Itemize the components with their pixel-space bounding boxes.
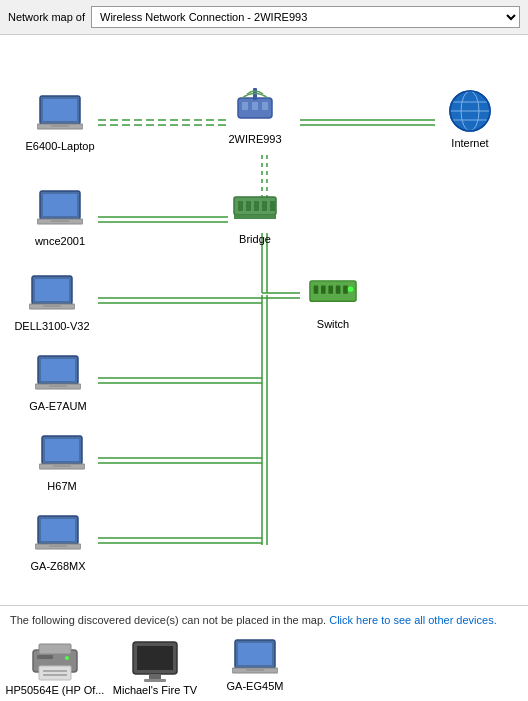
laptop-icon	[36, 90, 84, 138]
bridge-label: Bridge	[239, 233, 271, 245]
internet-icon	[446, 87, 494, 135]
svg-rect-68	[41, 519, 75, 541]
footer-static-text: The following discovered device(s) can n…	[10, 614, 326, 626]
gaeg45m-icon	[232, 638, 278, 678]
device-switch[interactable]: Switch	[293, 268, 373, 330]
router-label: 2WIRE993	[228, 133, 281, 145]
svg-rect-42	[238, 201, 243, 211]
footer-device-gaeg45m[interactable]: GA-EG45M	[210, 638, 300, 696]
svg-rect-80	[149, 674, 161, 679]
svg-rect-60	[41, 359, 75, 381]
device-wnce2001[interactable]: wnce2001	[20, 185, 100, 247]
svg-rect-52	[336, 286, 341, 294]
svg-rect-45	[262, 201, 267, 211]
internet-label: Internet	[451, 137, 488, 149]
gae7aum-icon	[34, 350, 82, 398]
h67m-icon	[38, 430, 86, 478]
footer-device-tv[interactable]: Michael's Fire TV	[110, 638, 200, 696]
gaz68mx-label: GA-Z68MX	[30, 560, 85, 572]
svg-rect-73	[39, 666, 71, 680]
svg-rect-74	[43, 670, 67, 672]
svg-rect-29	[262, 102, 268, 110]
svg-rect-51	[328, 286, 333, 294]
svg-point-76	[65, 656, 69, 660]
svg-rect-47	[234, 215, 276, 219]
device-h67m[interactable]: H67M	[22, 430, 102, 492]
device-bridge[interactable]: Bridge	[215, 183, 295, 245]
svg-rect-43	[246, 201, 251, 211]
printer-label: HP50564E (HP Of...	[6, 684, 105, 696]
svg-rect-79	[137, 646, 173, 670]
svg-rect-25	[51, 124, 69, 127]
gae7aum-label: GA-E7AUM	[29, 400, 86, 412]
router-icon	[231, 83, 279, 131]
svg-rect-40	[51, 219, 69, 222]
tv-icon	[129, 638, 181, 682]
svg-rect-66	[53, 464, 71, 467]
svg-rect-50	[321, 286, 326, 294]
gaeg45m-label: GA-EG45M	[227, 680, 284, 692]
device-router[interactable]: 2WIRE993	[215, 83, 295, 145]
network-map-label: Network map of	[8, 11, 85, 23]
dell3100-icon	[28, 270, 76, 318]
svg-rect-77	[37, 655, 53, 659]
footer-message: The following discovered device(s) can n…	[10, 614, 518, 626]
tv-label: Michael's Fire TV	[113, 684, 197, 696]
svg-rect-81	[144, 679, 166, 682]
svg-rect-56	[35, 279, 69, 301]
svg-rect-83	[238, 643, 272, 665]
wnce2001-label: wnce2001	[35, 235, 85, 247]
switch-label: Switch	[317, 318, 349, 330]
svg-rect-23	[43, 99, 77, 121]
h67m-label: H67M	[47, 480, 76, 492]
device-laptop[interactable]: E6400-Laptop	[20, 90, 100, 152]
dell3100-label: DELL3100-V32	[14, 320, 89, 332]
device-internet[interactable]: Internet	[430, 87, 510, 149]
svg-rect-62	[49, 384, 67, 387]
switch-icon	[309, 268, 357, 316]
footer-link[interactable]: Click here to see all other devices.	[329, 614, 497, 626]
network-select[interactable]: Wireless Network Connection - 2WIRE993	[91, 6, 520, 28]
svg-rect-27	[242, 102, 248, 110]
svg-rect-28	[252, 102, 258, 110]
laptop-label: E6400-Laptop	[25, 140, 94, 152]
gaz68mx-icon	[34, 510, 82, 558]
svg-rect-46	[270, 201, 275, 211]
footer-section: The following discovered device(s) can n…	[0, 605, 528, 701]
device-gaz68mx[interactable]: GA-Z68MX	[18, 510, 98, 572]
svg-rect-64	[45, 439, 79, 461]
svg-rect-44	[254, 201, 259, 211]
footer-device-printer[interactable]: HP50564E (HP Of...	[10, 638, 100, 696]
svg-rect-38	[43, 194, 77, 216]
svg-rect-75	[43, 674, 67, 676]
bridge-icon	[231, 183, 279, 231]
svg-rect-58	[43, 304, 61, 307]
device-gae7aum[interactable]: GA-E7AUM	[18, 350, 98, 412]
printer-icon	[29, 638, 81, 682]
footer-devices: HP50564E (HP Of... Michael's Fire TV GA-…	[10, 634, 518, 700]
svg-rect-53	[343, 286, 348, 294]
svg-rect-72	[39, 644, 71, 654]
svg-rect-49	[314, 286, 319, 294]
svg-rect-70	[49, 544, 67, 547]
svg-point-54	[348, 286, 354, 292]
device-dell3100[interactable]: DELL3100-V32	[12, 270, 92, 332]
map-area: E6400-Laptop 2WIRE993	[0, 35, 528, 605]
toolbar: Network map of Wireless Network Connecti…	[0, 0, 528, 35]
svg-rect-85	[246, 668, 264, 671]
wnce2001-icon	[36, 185, 84, 233]
